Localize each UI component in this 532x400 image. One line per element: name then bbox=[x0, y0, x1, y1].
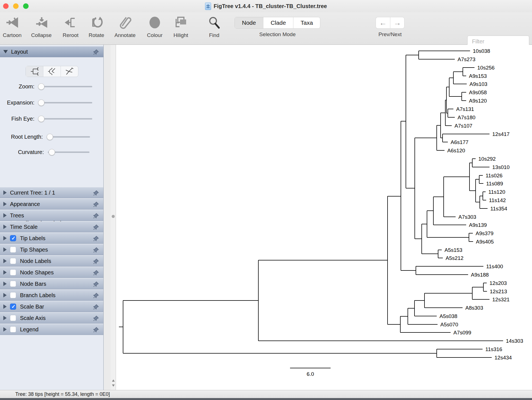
tip-label[interactable]: A5s212 bbox=[446, 255, 463, 261]
tip-label[interactable]: 11s026 bbox=[486, 173, 503, 178]
phylogenetic-tree[interactable]: 10s038A7s27310s256A9s153A9s103A9s058A9s1… bbox=[0, 0, 532, 400]
tip-label[interactable]: A7s131 bbox=[456, 106, 474, 112]
tip-label[interactable]: 12s203 bbox=[489, 280, 507, 286]
scale-bar-label: 6.0 bbox=[307, 371, 314, 377]
tip-label[interactable]: 11s354 bbox=[490, 206, 507, 212]
tip-label[interactable]: A6s120 bbox=[447, 148, 465, 153]
tip-label[interactable]: 13s010 bbox=[492, 164, 509, 170]
tip-label[interactable]: A7s099 bbox=[453, 330, 471, 336]
tip-label[interactable]: A9s379 bbox=[476, 230, 493, 236]
tip-label[interactable]: 11s120 bbox=[488, 189, 505, 195]
tip-label[interactable]: 11s142 bbox=[489, 197, 506, 203]
tip-label[interactable]: 12s417 bbox=[492, 131, 509, 137]
tip-label[interactable]: A7s273 bbox=[458, 56, 475, 62]
tip-label[interactable]: A7s180 bbox=[458, 115, 475, 120]
tip-label[interactable]: 10s038 bbox=[473, 48, 490, 54]
tip-label[interactable]: A9s153 bbox=[469, 73, 487, 79]
tip-label[interactable]: 10s256 bbox=[477, 65, 494, 71]
tip-label[interactable]: 12s213 bbox=[490, 289, 507, 294]
tip-label[interactable]: A7s303 bbox=[458, 214, 476, 220]
tip-label[interactable]: A7s107 bbox=[454, 123, 472, 129]
tip-label[interactable]: A5s153 bbox=[444, 247, 462, 253]
tip-label[interactable]: A9s103 bbox=[469, 81, 487, 87]
status-text: Tree: 38 tips [height = 55.34, length = … bbox=[15, 391, 110, 397]
tip-label[interactable]: 14s303 bbox=[506, 338, 523, 344]
tip-label[interactable]: A9s405 bbox=[476, 239, 494, 245]
tip-label[interactable]: A5s038 bbox=[439, 313, 457, 319]
tip-label[interactable]: A9s058 bbox=[469, 90, 487, 95]
bottom-edge bbox=[0, 398, 532, 400]
tip-label[interactable]: 11s089 bbox=[486, 181, 503, 187]
tip-label[interactable]: A5s070 bbox=[440, 322, 458, 327]
tip-label[interactable]: A9s188 bbox=[471, 272, 489, 278]
tip-label[interactable]: 12s434 bbox=[494, 355, 512, 361]
tip-label[interactable]: 10s292 bbox=[478, 156, 496, 162]
tip-label[interactable]: 11s316 bbox=[485, 346, 502, 352]
tip-label[interactable]: A9s139 bbox=[469, 222, 487, 228]
tip-label[interactable]: A6s177 bbox=[451, 139, 468, 145]
tip-label[interactable]: 12s321 bbox=[492, 297, 509, 302]
status-bar: Tree: 38 tips [height = 55.34, length = … bbox=[0, 390, 532, 398]
tip-label[interactable]: 11s400 bbox=[486, 264, 503, 269]
tip-label[interactable]: A9s120 bbox=[469, 98, 487, 104]
tip-label[interactable]: A8s303 bbox=[465, 305, 483, 311]
